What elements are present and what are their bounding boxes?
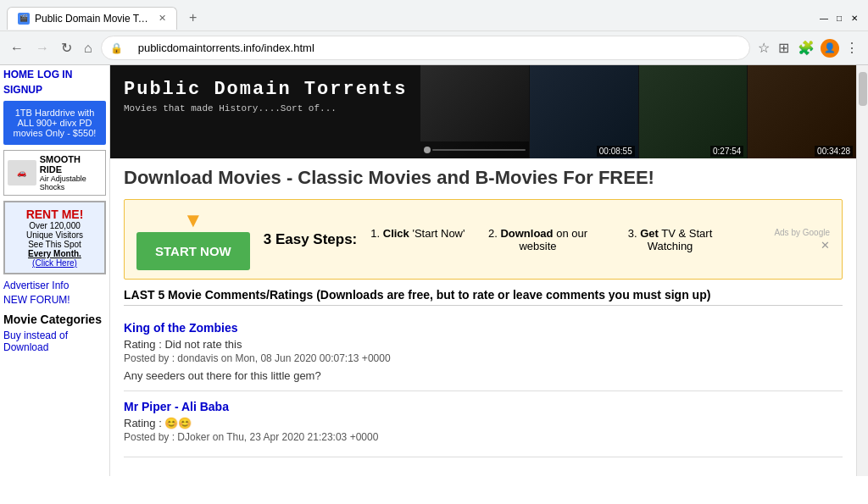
step1-text: 'Start Now' — [412, 227, 465, 240]
banner-timestamp-2: 0:27:54 — [710, 143, 743, 157]
smooth-ride-subtitle: Air Adjustable Shocks — [40, 174, 102, 191]
scrollbar[interactable] — [856, 65, 868, 476]
banner-image-2: 00:08:55 — [530, 65, 638, 158]
new-tab-button[interactable]: + — [181, 5, 205, 30]
step3-bold: Get — [640, 227, 659, 240]
banner-title: Public Domain Torrents — [124, 79, 407, 100]
sidebar-nav: HOME LOG IN SIGNUP — [3, 69, 106, 96]
active-tab[interactable]: 🎬 Public Domain Movie Torrents w... ✕ — [7, 7, 177, 30]
banner-image-4: 00:34:28 — [748, 65, 856, 158]
bookmark-button[interactable]: ☆ — [755, 37, 772, 58]
url-input[interactable] — [128, 38, 741, 58]
banner-timestamp-1: 00:08:55 — [597, 143, 635, 157]
comment-2-posted: Posted by : DJoker on Thu, 23 Apr 2020 2… — [124, 431, 843, 443]
step1-number: 1. — [370, 227, 380, 240]
start-now-button[interactable]: START NOW — [136, 232, 250, 270]
smooth-ride-title: SMOOTH RIDE — [40, 154, 102, 174]
main-body: Download Movies - Classic Movies and B-M… — [110, 158, 856, 466]
banner-timestamp-3: 00:34:28 — [815, 143, 853, 157]
menu-button[interactable]: ⋮ — [843, 37, 861, 58]
main-content: Public Domain Torrents Movies that made … — [110, 65, 856, 476]
download-arrow-icon: ▼ — [183, 208, 203, 232]
rent-me-title: RENT ME! — [8, 208, 101, 221]
comments-heading-bold: LAST 5 Movie Comments/Ratings — [124, 288, 313, 302]
sidebar-smooth-ride-ad[interactable]: 🚗 SMOOTH RIDE Air Adjustable Shocks — [3, 150, 106, 196]
address-bar: ← → ↻ ⌂ 🔒 ☆ ⊞ 🧩 👤 ⋮ — [0, 30, 868, 64]
page-container: HOME LOG IN SIGNUP 1TB Harddrive with AL… — [0, 65, 868, 476]
banner-image-3: 0:27:54 — [639, 65, 748, 158]
page-title: Download Movies - Classic Movies and B-M… — [124, 167, 843, 189]
comments-note: (Downloads are free, but to rate or leav… — [316, 288, 710, 302]
banner-subtitle: Movies that made History....Sort of... — [124, 103, 407, 114]
profile-icon[interactable]: 👤 — [821, 39, 839, 58]
scroll-thumb[interactable] — [859, 72, 867, 106]
comment-1-text: Any seeders out there for this little ge… — [124, 369, 843, 382]
comment-1: King of the Zombies Rating : Did not rat… — [124, 313, 843, 391]
sidebar-login-link[interactable]: LOG IN — [37, 69, 72, 80]
home-button[interactable]: ⌂ — [81, 39, 96, 58]
step-3: 3. Get TV & Start Watching — [611, 227, 730, 252]
rent-me-line1: Over 120,000 — [8, 221, 101, 230]
steps-list: 1. Click 'Start Now' 2. Download on our … — [370, 227, 729, 252]
step-2: 2. Download on our website — [479, 227, 598, 252]
comment-1-rating: Rating : Did not rate this — [124, 338, 843, 351]
toolbar-icons: ☆ ⊞ 🧩 👤 ⋮ — [755, 37, 861, 58]
minimize-button[interactable]: — — [817, 11, 831, 25]
easy-steps-label: 3 Easy Steps: — [264, 231, 358, 248]
sidebar-home-link[interactable]: HOME — [3, 69, 34, 80]
ad-close-button[interactable]: ✕ — [821, 239, 830, 252]
sidebar-top-ad[interactable]: 1TB Harddrive with ALL 900+ divx PD movi… — [3, 101, 106, 145]
step3-number: 3. — [628, 227, 637, 240]
tab-favicon: 🎬 — [18, 13, 30, 25]
rent-me-line4: Every Month. — [8, 249, 101, 258]
rent-me-link[interactable]: (Click Here) — [32, 258, 77, 268]
comment-1-movie[interactable]: King of the Zombies — [124, 321, 843, 335]
banner-image-1 — [420, 65, 529, 158]
back-button[interactable]: ← — [7, 39, 27, 58]
buy-instead-link[interactable]: Buy instead of Download — [3, 330, 106, 353]
sidebar-ad-text: 1TB Harddrive with ALL 900+ divx PD movi… — [14, 108, 97, 138]
advertiser-info-link[interactable]: Advertiser Info — [3, 280, 106, 291]
rent-me-line2: Unique Visitors — [8, 230, 101, 240]
extensions-icon[interactable]: 🧩 — [795, 37, 817, 58]
step2-number: 2. — [488, 227, 498, 240]
comment-2-movie[interactable]: Mr Piper - Ali Baba — [124, 400, 843, 413]
comment-1-posted: Posted by : dondavis on Mon, 08 Jun 2020… — [124, 352, 843, 364]
tab-title: Public Domain Movie Torrents w... — [35, 13, 153, 25]
ad-label: Ads by Google — [774, 228, 830, 237]
close-button[interactable]: ✕ — [848, 11, 861, 25]
rent-me-line3: See This Spot — [8, 240, 101, 249]
browser-chrome: 🎬 Public Domain Movie Torrents w... ✕ + … — [0, 0, 868, 65]
rent-me-ad[interactable]: RENT ME! Over 120,000 Unique Visitors Se… — [3, 201, 106, 274]
restore-button[interactable]: □ — [832, 11, 846, 25]
step2-bold: Download — [500, 227, 553, 240]
movie-categories-heading: Movie Categories — [3, 313, 106, 326]
ad-strip: ▼ START NOW 3 Easy Steps: 1. Click 'Star… — [124, 199, 843, 280]
tab-close-button[interactable]: ✕ — [159, 13, 166, 24]
sidebar-bottom-links: Advertiser Info NEW FORUM! — [3, 280, 106, 306]
ad-download-area: ▼ START NOW — [136, 208, 250, 270]
ad-close-area: Ads by Google ✕ — [774, 228, 830, 252]
step-1: 1. Click 'Start Now' — [370, 227, 465, 252]
refresh-button[interactable]: ↻ — [58, 38, 75, 58]
step1-bold: Click — [383, 227, 409, 240]
grid-icon[interactable]: ⊞ — [776, 37, 792, 58]
sidebar-category-links: Buy instead of Download — [3, 330, 106, 353]
comments-heading: LAST 5 Movie Comments/Ratings (Downloads… — [124, 288, 843, 306]
sidebar: HOME LOG IN SIGNUP 1TB Harddrive with AL… — [0, 65, 110, 476]
title-bar: 🎬 Public Domain Movie Torrents w... ✕ + … — [0, 0, 868, 30]
sidebar-signup-link[interactable]: SIGNUP — [3, 84, 42, 96]
lock-icon: 🔒 — [110, 42, 123, 54]
banner-text: Public Domain Torrents Movies that made … — [110, 65, 420, 158]
site-banner: Public Domain Torrents Movies that made … — [110, 65, 856, 158]
comment-2-rating: Rating : 😊😊 — [124, 417, 843, 429]
comment-2: Mr Piper - Ali Baba Rating : 😊😊 Posted b… — [124, 391, 843, 457]
new-forum-link[interactable]: NEW FORUM! — [3, 294, 106, 306]
window-controls: — □ ✕ — [817, 11, 861, 25]
forward-button[interactable]: → — [32, 39, 53, 58]
